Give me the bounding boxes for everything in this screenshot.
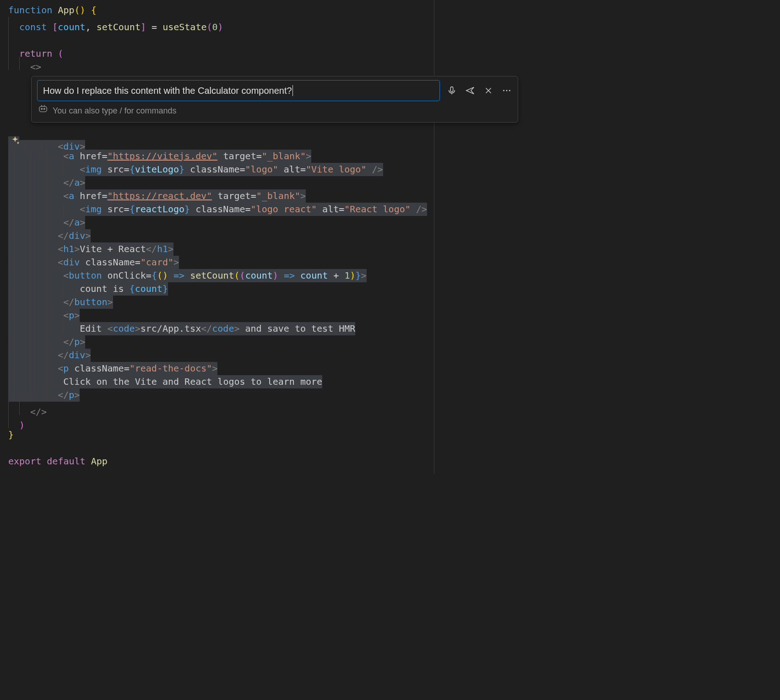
keyword-function: function — [8, 4, 52, 17]
code-line[interactable]: return ( — [8, 43, 427, 57]
code-editor[interactable]: function App() { const [count, setCount]… — [0, 0, 528, 474]
code-line[interactable]: ····<a·href="https://react.dev"·target="… — [8, 189, 427, 203]
inline-chat-popup: How do I replace this content with the C… — [31, 76, 518, 123]
svg-point-3 — [509, 90, 510, 92]
code-line[interactable]: ····Click on the Vite and React logos to… — [8, 375, 427, 388]
svg-point-2 — [506, 90, 508, 92]
editor-body[interactable]: function App() { const [count, setCount]… — [8, 4, 427, 468]
chat-input[interactable]: How do I replace this content with the C… — [37, 80, 440, 101]
chat-input-value: How do I replace this content with the C… — [43, 84, 292, 97]
svg-point-5 — [41, 108, 43, 110]
code-line[interactable]: ····</a> — [8, 216, 427, 229]
code-line[interactable]: ····</button> — [8, 296, 427, 309]
code-line[interactable]: ·····<img·src={viteLogo}·className="logo… — [8, 163, 427, 176]
code-line[interactable]: ·····count is {count} — [8, 282, 427, 296]
more-icon[interactable] — [500, 84, 513, 97]
close-icon[interactable] — [482, 84, 495, 97]
send-icon[interactable] — [464, 84, 477, 97]
svg-rect-0 — [450, 87, 453, 92]
code-line[interactable]: ····<p> — [8, 309, 427, 322]
code-line[interactable]: ···</div> — [8, 349, 427, 362]
code-line[interactable]: function App() { — [8, 4, 427, 17]
code-line[interactable]: <> — [8, 57, 427, 70]
code-line[interactable]: } — [8, 428, 427, 442]
code-line[interactable]: ····<a·href="https://vitejs.dev"·target=… — [8, 150, 427, 163]
svg-point-6 — [43, 108, 45, 110]
code-line[interactable]: ···</div> — [8, 229, 427, 242]
code-line[interactable]: ) — [8, 415, 427, 428]
mic-icon[interactable] — [445, 84, 458, 97]
code-line[interactable]: ···<p·className="read-the-docs"> — [8, 362, 427, 375]
copilot-icon — [38, 104, 48, 118]
svg-rect-4 — [39, 107, 47, 112]
code-line[interactable]: ·····Edit <code>src/App.tsx</code> and s… — [8, 322, 427, 335]
code-line[interactable]: ···<div·className="card"> — [8, 256, 427, 269]
text-caret — [292, 85, 293, 96]
code-line[interactable]: ····<button·onClick={()·=>·setCount((cou… — [8, 269, 427, 282]
code-line[interactable]: export default App — [8, 455, 427, 468]
code-line[interactable]: ····</p> — [8, 335, 427, 349]
code-line[interactable] — [8, 442, 427, 455]
code-line[interactable]: ·····<img·src={reactLogo}·className="log… — [8, 203, 427, 216]
code-line[interactable]: const [count, setCount] = useState(0) — [8, 17, 427, 30]
code-line[interactable]: ···<div> — [8, 136, 427, 150]
svg-point-1 — [503, 90, 504, 92]
code-line[interactable]: ···</p> — [8, 388, 427, 402]
sparkle-icon[interactable] — [10, 135, 20, 145]
code-line[interactable]: </> — [8, 402, 427, 415]
fn-name: App — [58, 4, 74, 17]
editor-ruler — [434, 0, 434, 474]
chat-hint: You can also type / for commands — [53, 104, 176, 118]
code-line[interactable]: ····</a> — [8, 176, 427, 189]
code-line[interactable]: ···<h1>Vite + React</h1> — [8, 242, 427, 256]
